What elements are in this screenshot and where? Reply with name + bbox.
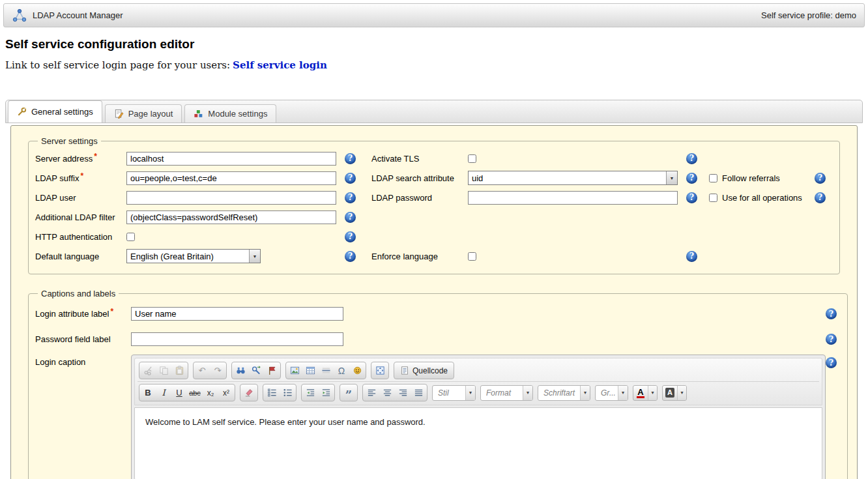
- replace-icon[interactable]: [248, 363, 264, 378]
- strikethrough-icon[interactable]: abc: [187, 385, 203, 400]
- follow-referrals-label: Follow referrals: [722, 173, 780, 183]
- activate-tls-checkbox[interactable]: [468, 154, 476, 163]
- align-justify-icon[interactable]: [411, 385, 426, 400]
- combo-arrow-icon[interactable]: ▾: [465, 386, 475, 400]
- help-icon[interactable]: ?: [826, 357, 837, 368]
- row-login-attribute-label: Login attribute label* ?: [35, 301, 841, 327]
- redo-icon[interactable]: ↷: [210, 363, 225, 378]
- self-service-login-link[interactable]: Self service login: [233, 59, 327, 71]
- special-character-icon[interactable]: Ω: [334, 363, 349, 378]
- font-size-combo[interactable]: Gr... ▾: [595, 385, 628, 401]
- row-ldap-suffix: LDAP suffix* ? LDAP search attribute uid…: [35, 168, 833, 188]
- select-arrow-icon[interactable]: ▼: [249, 250, 260, 263]
- lam-logo-icon: [12, 8, 27, 23]
- tools-icon: [17, 107, 27, 117]
- login-caption-content[interactable]: Welcome to LAM self service. Please ente…: [134, 407, 822, 479]
- help-icon[interactable]: ?: [686, 192, 697, 203]
- align-right-icon[interactable]: [395, 385, 411, 400]
- login-attribute-input[interactable]: [131, 307, 343, 321]
- italic-icon[interactable]: I: [156, 385, 171, 400]
- decrease-indent-icon[interactable]: [302, 385, 318, 400]
- numbered-list-icon[interactable]: [264, 385, 280, 400]
- page-title: Self service configuration editor: [5, 37, 868, 51]
- text-color-button[interactable]: A ▾: [633, 385, 658, 401]
- page-edit-icon: [114, 109, 124, 119]
- login-link-line: Link to self service login page for your…: [5, 59, 868, 71]
- login-attribute-label: Login attribute label*: [35, 309, 131, 319]
- copy-icon[interactable]: [156, 363, 171, 378]
- ldap-search-attribute-label: LDAP search attribute: [371, 173, 468, 183]
- follow-referrals-checkbox[interactable]: [709, 174, 717, 182]
- tab-module-settings[interactable]: Module settings: [184, 104, 276, 123]
- editor-toolbar-row-1: ↶ ↷: [137, 360, 819, 382]
- server-address-input[interactable]: [126, 152, 336, 166]
- style-combo[interactable]: Stil ▾: [432, 385, 476, 401]
- insert-table-icon[interactable]: [302, 363, 318, 378]
- help-icon[interactable]: ?: [686, 153, 697, 164]
- default-language-select[interactable]: English (Great Britain) ▼: [126, 249, 261, 263]
- help-icon[interactable]: ?: [345, 231, 356, 242]
- combo-arrow-icon[interactable]: ▾: [580, 386, 590, 400]
- format-combo[interactable]: Format ▾: [480, 385, 533, 401]
- source-code-button[interactable]: Quellcode: [395, 363, 453, 378]
- additional-ldap-filter-input[interactable]: [126, 210, 336, 224]
- spellcheck-flag-icon[interactable]: [264, 363, 280, 378]
- tab-modules-label: Module settings: [208, 109, 267, 119]
- background-color-button[interactable]: A ▾: [662, 385, 687, 401]
- horizontal-rule-icon[interactable]: [318, 363, 334, 378]
- bulleted-list-icon[interactable]: [280, 385, 295, 400]
- align-center-icon[interactable]: [379, 385, 395, 400]
- help-icon[interactable]: ?: [686, 173, 697, 184]
- help-icon[interactable]: ?: [345, 212, 356, 223]
- font-combo[interactable]: Schriftart ▾: [538, 385, 590, 401]
- tab-layout-label: Page layout: [128, 109, 173, 119]
- superscript-icon[interactable]: x²: [218, 385, 234, 400]
- combo-arrow-icon[interactable]: ▾: [648, 386, 657, 400]
- editor-toolbar-row-2: B I U abc x₂ x²: [137, 382, 819, 403]
- maximize-icon[interactable]: [372, 363, 388, 378]
- help-icon[interactable]: ?: [345, 153, 356, 164]
- smiley-icon[interactable]: [349, 363, 365, 378]
- server-address-label: Server address*: [35, 154, 126, 164]
- source-doc-icon: [400, 366, 409, 375]
- insert-image-icon[interactable]: [287, 363, 302, 378]
- ldap-user-input[interactable]: [126, 191, 336, 205]
- password-field-label: Password field label: [35, 334, 131, 344]
- required-marker: *: [94, 152, 97, 161]
- text-color-icon: A: [637, 388, 644, 398]
- undo-icon[interactable]: ↶: [194, 363, 210, 378]
- help-icon[interactable]: ?: [345, 192, 356, 203]
- underline-icon[interactable]: U: [171, 385, 187, 400]
- help-icon[interactable]: ?: [826, 334, 837, 345]
- enforce-language-checkbox[interactable]: [468, 252, 476, 261]
- find-icon[interactable]: [233, 363, 248, 378]
- use-for-all-operations-checkbox[interactable]: [709, 194, 717, 202]
- row-http-authentication: HTTP authentication ?: [35, 227, 833, 246]
- increase-indent-icon[interactable]: [318, 385, 334, 400]
- ldap-suffix-input[interactable]: [126, 171, 336, 185]
- combo-arrow-icon[interactable]: ▾: [523, 386, 532, 400]
- subscript-icon[interactable]: x₂: [203, 385, 218, 400]
- bold-icon[interactable]: B: [140, 385, 156, 400]
- help-icon[interactable]: ?: [345, 173, 356, 184]
- align-left-icon[interactable]: [364, 385, 379, 400]
- paste-icon[interactable]: [171, 363, 187, 378]
- help-icon[interactable]: ?: [345, 251, 356, 262]
- combo-arrow-icon[interactable]: ▾: [618, 386, 628, 400]
- help-icon[interactable]: ?: [815, 192, 826, 203]
- remove-format-icon[interactable]: [241, 385, 257, 400]
- server-settings-fieldset: Server settings Server address* ? Activa…: [28, 136, 840, 274]
- select-arrow-icon[interactable]: ▼: [666, 171, 677, 184]
- ldap-password-input[interactable]: [468, 191, 678, 205]
- ldap-search-attribute-select[interactable]: uid ▼: [468, 171, 678, 185]
- cut-icon[interactable]: [140, 363, 156, 378]
- help-icon[interactable]: ?: [686, 251, 697, 262]
- http-authentication-checkbox[interactable]: [126, 233, 135, 241]
- tab-page-layout[interactable]: Page layout: [105, 104, 182, 123]
- help-icon[interactable]: ?: [826, 308, 837, 319]
- tab-general-settings[interactable]: General settings: [8, 100, 102, 123]
- combo-arrow-icon[interactable]: ▾: [677, 386, 686, 400]
- password-field-input[interactable]: [131, 332, 343, 346]
- blockquote-icon[interactable]: ”: [341, 385, 356, 400]
- help-icon[interactable]: ?: [815, 173, 826, 184]
